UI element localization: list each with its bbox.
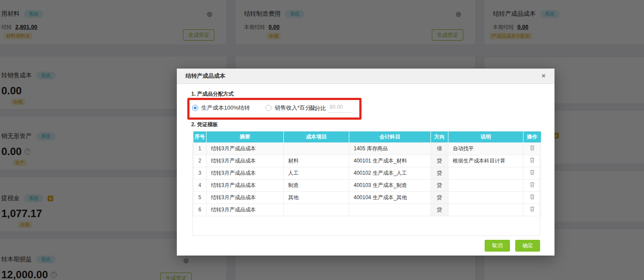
voucher-template-table: 序号摘要成本项目会计科目方向说明操作 1结转3月产成品成本1405 库存商品借自… — [193, 131, 540, 236]
delete-row-icon[interactable] — [523, 204, 541, 216]
cell-acct: 400102 生产成本_人工 — [349, 167, 431, 179]
table-row: 6结转3月产成品成本贷 — [193, 204, 541, 216]
column-header: 会计科目 — [349, 131, 431, 142]
cell-acct: 400104 生产成本_其他 — [349, 191, 431, 204]
delete-row-icon[interactable] — [523, 155, 541, 167]
table-row: 3结转3月产成品成本人工400102 生产成本_人工贷 — [193, 167, 541, 179]
cell-note — [448, 167, 523, 179]
cell-acct: 1405 库存商品 — [349, 142, 431, 155]
delete-row-icon[interactable] — [523, 179, 541, 191]
cell-idx: 1 — [193, 142, 207, 155]
cell-item: 制造 — [284, 179, 349, 191]
carryover-finished-goods-dialog: 结转产成品成本 × 1. 产成品分配方式 生产成本100%结转 销售收入*百分比… — [177, 69, 554, 256]
cell-sum: 结转3月产成品成本 — [207, 142, 284, 155]
column-header: 说明 — [448, 131, 523, 142]
delete-row-icon[interactable] — [523, 191, 541, 204]
cell-item — [284, 142, 349, 155]
cell-dir: 贷 — [431, 155, 448, 167]
cell-sum: 结转3月产成品成本 — [207, 204, 284, 216]
table-row: 4结转3月产成品成本制造400103 生产成本_制造贷 — [193, 179, 541, 191]
cancel-button[interactable]: 取消 — [485, 240, 510, 252]
column-header: 操作 — [523, 131, 541, 142]
table-row: 2结转3月产成品成本材料400101 生产成本_材料贷根据生产成本科目计算 — [193, 155, 541, 167]
cell-idx: 3 — [193, 167, 207, 179]
highlight-annotation-box — [187, 98, 362, 120]
table-row: 1结转3月产成品成本1405 库存商品借自动找平 — [193, 142, 541, 155]
cell-acct — [349, 204, 431, 216]
section1-label: 1. 产成品分配方式 — [191, 90, 234, 98]
cell-note — [448, 179, 523, 191]
dialog-header: 结转产成品成本 × — [177, 69, 554, 84]
cell-item: 材料 — [284, 155, 349, 167]
cell-dir: 贷 — [431, 167, 448, 179]
cell-dir: 贷 — [431, 179, 448, 191]
column-header: 方向 — [431, 131, 448, 142]
table-row: 5结转3月产成品成本其他400104 生产成本_其他贷 — [193, 191, 541, 204]
delete-row-icon[interactable] — [523, 167, 541, 179]
cell-acct: 400103 生产成本_制造 — [349, 179, 431, 191]
cell-sum: 结转3月产成品成本 — [207, 155, 284, 167]
cell-item: 其他 — [284, 191, 349, 204]
cell-item: 人工 — [284, 167, 349, 179]
delete-row-icon[interactable] — [523, 142, 541, 155]
cell-idx: 4 — [193, 179, 207, 191]
cell-acct: 400101 生产成本_材料 — [349, 155, 431, 167]
section2-label: 2. 凭证模板 — [191, 121, 218, 128]
confirm-button[interactable]: 确定 — [515, 240, 540, 252]
close-icon[interactable]: × — [541, 72, 546, 80]
cell-idx: 5 — [193, 191, 207, 204]
dialog-title: 结转产成品成本 — [186, 72, 225, 80]
cell-idx: 6 — [193, 204, 207, 216]
column-header: 序号 — [193, 131, 207, 142]
cell-dir: 借 — [431, 142, 448, 155]
cell-sum: 结转3月产成品成本 — [207, 167, 284, 179]
cell-note — [448, 204, 523, 216]
cell-note: 根据生产成本科目计算 — [448, 155, 523, 167]
cell-note: 自动找平 — [448, 142, 523, 155]
column-header: 摘要 — [207, 131, 284, 142]
cell-dir: 贷 — [431, 204, 448, 216]
cell-dir: 贷 — [431, 191, 448, 204]
table-header-row: 序号摘要成本项目会计科目方向说明操作 — [193, 131, 541, 142]
cell-sum: 结转3月产成品成本 — [207, 191, 284, 204]
cell-idx: 2 — [193, 155, 207, 167]
cell-note — [448, 191, 523, 204]
column-header: 成本项目 — [284, 131, 349, 142]
cell-item — [284, 204, 349, 216]
cell-sum: 结转3月产成品成本 — [207, 179, 284, 191]
